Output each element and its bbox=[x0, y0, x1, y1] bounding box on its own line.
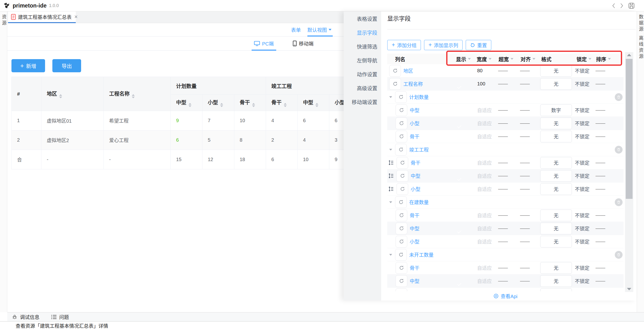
field-name-link[interactable]: 地区 bbox=[403, 67, 413, 74]
scrollbar[interactable] bbox=[625, 52, 633, 292]
rail-item-0[interactable]: 资源 bbox=[0, 14, 7, 26]
refresh-icon[interactable] bbox=[395, 249, 407, 261]
grid-header-2[interactable]: 宽度 bbox=[474, 55, 496, 62]
overwide-value[interactable]: —— bbox=[496, 134, 518, 139]
refresh-icon[interactable] bbox=[396, 223, 407, 234]
refresh-icon[interactable] bbox=[396, 131, 407, 142]
field-name-link[interactable]: 竣工工程 bbox=[409, 146, 429, 153]
field-name-link[interactable]: 工程名称 bbox=[403, 80, 423, 87]
scroll-up-icon[interactable] bbox=[627, 54, 631, 56]
lock-value[interactable]: 不锁定 bbox=[574, 238, 593, 245]
collapse-caret-icon[interactable] bbox=[389, 201, 393, 203]
format-select[interactable]: 无 bbox=[540, 65, 572, 77]
sort-value[interactable]: —— bbox=[593, 81, 614, 87]
delete-icon[interactable] bbox=[615, 251, 622, 259]
field-name-link[interactable]: 未开工数量 bbox=[409, 251, 434, 258]
refresh-icon[interactable] bbox=[395, 144, 407, 156]
debug-info-button[interactable]: 调试信息 bbox=[12, 314, 40, 321]
delete-icon[interactable] bbox=[615, 93, 622, 101]
chevron-down-icon[interactable] bbox=[488, 58, 492, 60]
chevron-down-icon[interactable] bbox=[588, 58, 592, 60]
sort-icon[interactable] bbox=[284, 103, 287, 107]
subcolumn-header[interactable]: 骨干 bbox=[266, 95, 298, 111]
sort-value[interactable]: —— bbox=[593, 212, 614, 218]
field-name-link[interactable]: 中型 bbox=[411, 172, 420, 179]
sort-icon[interactable] bbox=[252, 103, 255, 107]
lock-value[interactable]: 不锁定 bbox=[574, 278, 593, 285]
table-row[interactable]: 2虚拟地区2爱心工程658243 bbox=[12, 130, 344, 150]
width-value[interactable]: 自适应 bbox=[474, 172, 496, 179]
width-value[interactable]: 80 bbox=[474, 68, 496, 73]
sort-icon[interactable] bbox=[59, 94, 62, 98]
overwide-value[interactable]: —— bbox=[496, 81, 518, 87]
align-value[interactable]: —— bbox=[518, 81, 538, 87]
sort-value[interactable]: —— bbox=[593, 134, 614, 139]
lock-value[interactable]: 不锁定 bbox=[574, 225, 593, 232]
overwide-value[interactable]: —— bbox=[496, 107, 518, 113]
overwide-value[interactable]: —— bbox=[496, 265, 518, 271]
settings-menu-item-4[interactable]: 动作设置 bbox=[344, 67, 381, 81]
collapse-caret-icon[interactable] bbox=[389, 254, 393, 256]
settings-menu-item-1[interactable]: 显示字段 bbox=[344, 25, 381, 39]
width-value[interactable]: 自适应 bbox=[474, 225, 496, 232]
lock-value[interactable]: 不锁定 bbox=[574, 107, 593, 114]
scrollbar-thumb[interactable] bbox=[626, 59, 632, 199]
width-value[interactable]: 自适应 bbox=[474, 159, 496, 166]
subcolumn-header[interactable]: 小型 bbox=[329, 95, 344, 111]
align-value[interactable]: —— bbox=[518, 68, 538, 73]
format-select[interactable]: 无 bbox=[540, 118, 572, 129]
format-select[interactable]: 无 bbox=[540, 236, 572, 248]
chevron-down-icon[interactable] bbox=[608, 58, 611, 60]
format-select[interactable]: 无 bbox=[540, 223, 572, 234]
subcolumn-header[interactable]: 小型 bbox=[202, 95, 234, 111]
format-select[interactable]: 无 bbox=[540, 170, 572, 182]
field-name-link[interactable]: 中型 bbox=[410, 225, 420, 232]
nav-forward-icon[interactable] bbox=[620, 3, 623, 8]
reorder-icon[interactable] bbox=[388, 173, 394, 179]
chevron-down-icon[interactable] bbox=[468, 58, 471, 60]
close-icon[interactable]: × bbox=[74, 14, 78, 20]
format-select[interactable]: 无 bbox=[540, 131, 572, 142]
refresh-icon[interactable] bbox=[396, 288, 407, 292]
field-name-link[interactable]: 骨干 bbox=[411, 159, 420, 166]
align-value[interactable]: —— bbox=[518, 239, 538, 244]
refresh-icon[interactable] bbox=[396, 210, 407, 221]
format-select[interactable]: 数字 bbox=[540, 104, 572, 116]
field-name-link[interactable]: 骨干 bbox=[410, 212, 420, 219]
field-name-link[interactable]: 在建数量 bbox=[409, 199, 429, 206]
collapse-caret-icon[interactable] bbox=[389, 96, 393, 98]
lock-value[interactable]: 不锁定 bbox=[574, 80, 593, 87]
width-value[interactable]: 自适应 bbox=[474, 238, 496, 245]
lock-value[interactable]: 不锁定 bbox=[574, 67, 593, 74]
reorder-icon[interactable] bbox=[388, 160, 394, 166]
lock-value[interactable]: 不锁定 bbox=[574, 172, 593, 179]
overwide-value[interactable]: —— bbox=[496, 226, 518, 231]
align-value[interactable]: —— bbox=[518, 160, 538, 165]
lock-value[interactable]: 不锁定 bbox=[574, 120, 593, 127]
refresh-icon[interactable] bbox=[396, 183, 408, 195]
subcolumn-header[interactable]: 骨干 bbox=[234, 95, 266, 111]
align-value[interactable]: —— bbox=[518, 278, 538, 284]
refresh-icon[interactable] bbox=[389, 65, 401, 77]
overwide-value[interactable]: —— bbox=[496, 239, 518, 244]
refresh-icon[interactable] bbox=[396, 262, 407, 274]
field-name-link[interactable]: 小型 bbox=[410, 238, 420, 245]
overwide-value[interactable]: —— bbox=[496, 173, 518, 179]
refresh-icon[interactable] bbox=[395, 91, 407, 103]
lock-value[interactable]: 不锁定 bbox=[574, 185, 593, 193]
reset-button[interactable]: 重置 bbox=[466, 40, 491, 50]
sort-value[interactable]: —— bbox=[593, 226, 614, 231]
rail-item-right-0[interactable]: 数据源 bbox=[637, 14, 644, 33]
refresh-icon[interactable] bbox=[396, 118, 407, 129]
overwide-value[interactable]: —— bbox=[496, 120, 518, 126]
nav-back-icon[interactable] bbox=[612, 3, 615, 8]
scroll-down-icon[interactable] bbox=[627, 288, 631, 290]
refresh-icon[interactable] bbox=[396, 104, 407, 116]
sort-icon[interactable] bbox=[316, 103, 318, 107]
sort-value[interactable]: —— bbox=[593, 265, 614, 271]
chevron-down-icon[interactable] bbox=[510, 58, 514, 60]
settings-menu-item-3[interactable]: 左侧导航 bbox=[344, 53, 381, 67]
width-value[interactable]: 自适应 bbox=[474, 120, 496, 127]
rail-item-right-1[interactable]: 离线资源 bbox=[637, 35, 644, 60]
overwide-value[interactable]: —— bbox=[496, 278, 518, 284]
